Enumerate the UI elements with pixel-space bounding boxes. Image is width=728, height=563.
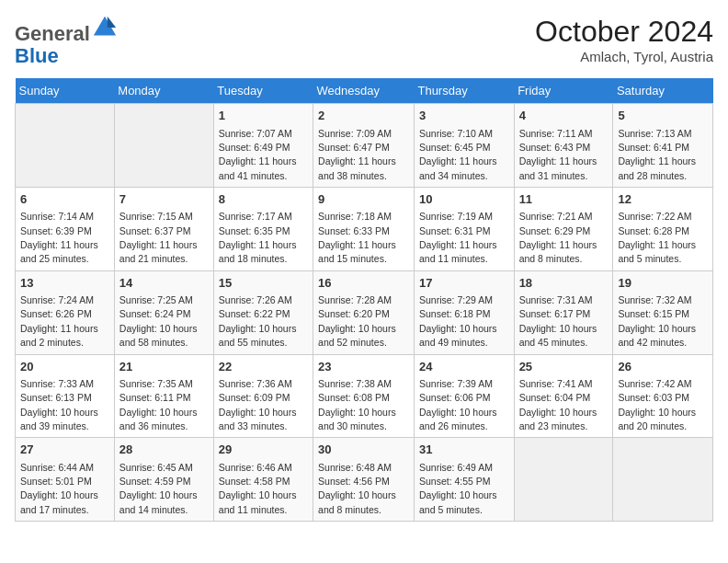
day-number: 16 bbox=[318, 275, 409, 292]
calendar-cell: 29Sunrise: 6:46 AM Sunset: 4:58 PM Dayli… bbox=[213, 438, 313, 522]
calendar-cell bbox=[16, 104, 115, 188]
day-info: Sunrise: 7:19 AM Sunset: 6:31 PM Dayligh… bbox=[419, 211, 497, 264]
day-number: 3 bbox=[419, 108, 509, 124]
day-number: 10 bbox=[419, 191, 509, 208]
day-info: Sunrise: 7:25 AM Sunset: 6:24 PM Dayligh… bbox=[119, 294, 198, 348]
day-number: 18 bbox=[519, 275, 609, 292]
day-info: Sunrise: 7:35 AM Sunset: 6:11 PM Dayligh… bbox=[119, 378, 198, 431]
calendar-week-row: 13Sunrise: 7:24 AM Sunset: 6:26 PM Dayli… bbox=[16, 270, 713, 354]
day-info: Sunrise: 7:38 AM Sunset: 6:08 PM Dayligh… bbox=[318, 378, 396, 431]
day-info: Sunrise: 6:44 AM Sunset: 5:01 PM Dayligh… bbox=[20, 462, 98, 515]
calendar-cell: 1Sunrise: 7:07 AM Sunset: 6:49 PM Daylig… bbox=[213, 104, 313, 188]
day-info: Sunrise: 7:39 AM Sunset: 6:06 PM Dayligh… bbox=[419, 378, 497, 431]
calendar-cell bbox=[613, 438, 713, 522]
calendar-cell: 31Sunrise: 6:49 AM Sunset: 4:55 PM Dayli… bbox=[414, 438, 514, 522]
day-info: Sunrise: 6:45 AM Sunset: 4:59 PM Dayligh… bbox=[119, 462, 198, 515]
day-number: 29 bbox=[219, 442, 308, 458]
calendar-cell: 12Sunrise: 7:22 AM Sunset: 6:28 PM Dayli… bbox=[613, 188, 713, 271]
calendar-cell: 24Sunrise: 7:39 AM Sunset: 6:06 PM Dayli… bbox=[414, 354, 514, 438]
day-info: Sunrise: 7:29 AM Sunset: 6:18 PM Dayligh… bbox=[419, 294, 497, 348]
svg-marker-1 bbox=[108, 17, 116, 28]
calendar-cell: 30Sunrise: 6:48 AM Sunset: 4:56 PM Dayli… bbox=[313, 438, 415, 522]
day-info: Sunrise: 7:24 AM Sunset: 6:26 PM Dayligh… bbox=[20, 294, 98, 348]
day-info: Sunrise: 7:14 AM Sunset: 6:39 PM Dayligh… bbox=[20, 211, 98, 264]
day-info: Sunrise: 7:22 AM Sunset: 6:28 PM Dayligh… bbox=[618, 211, 696, 264]
day-info: Sunrise: 7:32 AM Sunset: 6:15 PM Dayligh… bbox=[618, 294, 696, 348]
calendar-cell: 18Sunrise: 7:31 AM Sunset: 6:17 PM Dayli… bbox=[514, 270, 613, 354]
calendar-cell: 25Sunrise: 7:41 AM Sunset: 6:04 PM Dayli… bbox=[514, 354, 613, 438]
day-info: Sunrise: 7:18 AM Sunset: 6:33 PM Dayligh… bbox=[318, 211, 396, 264]
weekday-label: Sunday bbox=[16, 78, 115, 104]
day-number: 22 bbox=[219, 359, 308, 375]
logo-blue: Blue bbox=[15, 44, 59, 67]
weekday-label: Monday bbox=[114, 78, 213, 104]
logo-general: General bbox=[15, 22, 90, 45]
day-number: 25 bbox=[519, 359, 609, 375]
calendar-cell: 3Sunrise: 7:10 AM Sunset: 6:45 PM Daylig… bbox=[414, 104, 514, 188]
day-info: Sunrise: 6:49 AM Sunset: 4:55 PM Dayligh… bbox=[419, 462, 497, 515]
day-info: Sunrise: 6:46 AM Sunset: 4:58 PM Dayligh… bbox=[219, 462, 297, 515]
weekday-header-row: SundayMondayTuesdayWednesdayThursdayFrid… bbox=[16, 78, 713, 104]
day-info: Sunrise: 7:07 AM Sunset: 6:49 PM Dayligh… bbox=[219, 128, 297, 181]
day-number: 7 bbox=[119, 191, 209, 208]
day-number: 27 bbox=[20, 442, 109, 458]
day-number: 28 bbox=[119, 442, 209, 458]
calendar-cell: 10Sunrise: 7:19 AM Sunset: 6:31 PM Dayli… bbox=[414, 188, 514, 271]
day-number: 30 bbox=[318, 442, 409, 458]
calendar-cell: 20Sunrise: 7:33 AM Sunset: 6:13 PM Dayli… bbox=[16, 354, 115, 438]
day-number: 21 bbox=[119, 359, 209, 375]
day-info: Sunrise: 7:13 AM Sunset: 6:41 PM Dayligh… bbox=[618, 128, 696, 181]
logo-icon bbox=[92, 15, 118, 40]
calendar-table: SundayMondayTuesdayWednesdayThursdayFrid… bbox=[15, 78, 713, 522]
day-info: Sunrise: 6:48 AM Sunset: 4:56 PM Dayligh… bbox=[318, 462, 396, 515]
day-info: Sunrise: 7:15 AM Sunset: 6:37 PM Dayligh… bbox=[119, 211, 198, 264]
day-number: 1 bbox=[219, 108, 308, 124]
calendar-cell: 2Sunrise: 7:09 AM Sunset: 6:47 PM Daylig… bbox=[313, 104, 415, 188]
calendar-cell: 6Sunrise: 7:14 AM Sunset: 6:39 PM Daylig… bbox=[16, 188, 115, 271]
calendar-cell: 7Sunrise: 7:15 AM Sunset: 6:37 PM Daylig… bbox=[114, 188, 213, 271]
day-number: 5 bbox=[618, 108, 708, 124]
calendar-cell: 5Sunrise: 7:13 AM Sunset: 6:41 PM Daylig… bbox=[613, 104, 713, 188]
day-number: 15 bbox=[219, 275, 308, 292]
calendar-cell: 4Sunrise: 7:11 AM Sunset: 6:43 PM Daylig… bbox=[514, 104, 613, 188]
day-number: 14 bbox=[119, 275, 209, 292]
day-number: 24 bbox=[419, 359, 509, 375]
calendar-cell: 27Sunrise: 6:44 AM Sunset: 5:01 PM Dayli… bbox=[16, 438, 115, 522]
calendar-cell: 16Sunrise: 7:28 AM Sunset: 6:20 PM Dayli… bbox=[313, 270, 415, 354]
calendar-week-row: 6Sunrise: 7:14 AM Sunset: 6:39 PM Daylig… bbox=[16, 188, 713, 271]
weekday-label: Wednesday bbox=[313, 78, 415, 104]
calendar-cell: 15Sunrise: 7:26 AM Sunset: 6:22 PM Dayli… bbox=[213, 270, 313, 354]
weekday-label: Tuesday bbox=[213, 78, 313, 104]
day-info: Sunrise: 7:11 AM Sunset: 6:43 PM Dayligh… bbox=[519, 128, 597, 181]
calendar-cell: 9Sunrise: 7:18 AM Sunset: 6:33 PM Daylig… bbox=[313, 188, 415, 271]
weekday-label: Thursday bbox=[414, 78, 514, 104]
weekday-label: Friday bbox=[514, 78, 613, 104]
location: Amlach, Tyrol, Austria bbox=[535, 49, 713, 64]
calendar-cell: 13Sunrise: 7:24 AM Sunset: 6:26 PM Dayli… bbox=[16, 270, 115, 354]
calendar-cell: 17Sunrise: 7:29 AM Sunset: 6:18 PM Dayli… bbox=[414, 270, 514, 354]
calendar-cell: 14Sunrise: 7:25 AM Sunset: 6:24 PM Dayli… bbox=[114, 270, 213, 354]
day-number: 31 bbox=[419, 442, 509, 458]
title-block: October 2024 Amlach, Tyrol, Austria bbox=[535, 15, 713, 64]
calendar-cell: 23Sunrise: 7:38 AM Sunset: 6:08 PM Dayli… bbox=[313, 354, 415, 438]
calendar-cell: 28Sunrise: 6:45 AM Sunset: 4:59 PM Dayli… bbox=[114, 438, 213, 522]
day-info: Sunrise: 7:33 AM Sunset: 6:13 PM Dayligh… bbox=[20, 378, 98, 431]
day-info: Sunrise: 7:28 AM Sunset: 6:20 PM Dayligh… bbox=[318, 294, 396, 348]
day-number: 11 bbox=[519, 191, 609, 208]
day-number: 23 bbox=[318, 359, 409, 375]
calendar-body: 1Sunrise: 7:07 AM Sunset: 6:49 PM Daylig… bbox=[16, 104, 713, 522]
month-year: October 2024 bbox=[535, 15, 713, 49]
day-number: 8 bbox=[219, 191, 308, 208]
calendar-cell: 21Sunrise: 7:35 AM Sunset: 6:11 PM Dayli… bbox=[114, 354, 213, 438]
day-number: 12 bbox=[618, 191, 708, 208]
day-info: Sunrise: 7:09 AM Sunset: 6:47 PM Dayligh… bbox=[318, 128, 396, 181]
day-number: 17 bbox=[419, 275, 509, 292]
calendar-cell bbox=[114, 104, 213, 188]
day-number: 6 bbox=[20, 191, 109, 208]
calendar-cell: 11Sunrise: 7:21 AM Sunset: 6:29 PM Dayli… bbox=[514, 188, 613, 271]
calendar-cell bbox=[514, 438, 613, 522]
day-info: Sunrise: 7:31 AM Sunset: 6:17 PM Dayligh… bbox=[519, 294, 597, 348]
calendar-cell: 26Sunrise: 7:42 AM Sunset: 6:03 PM Dayli… bbox=[613, 354, 713, 438]
calendar-week-row: 27Sunrise: 6:44 AM Sunset: 5:01 PM Dayli… bbox=[16, 438, 713, 522]
day-number: 2 bbox=[318, 108, 409, 124]
